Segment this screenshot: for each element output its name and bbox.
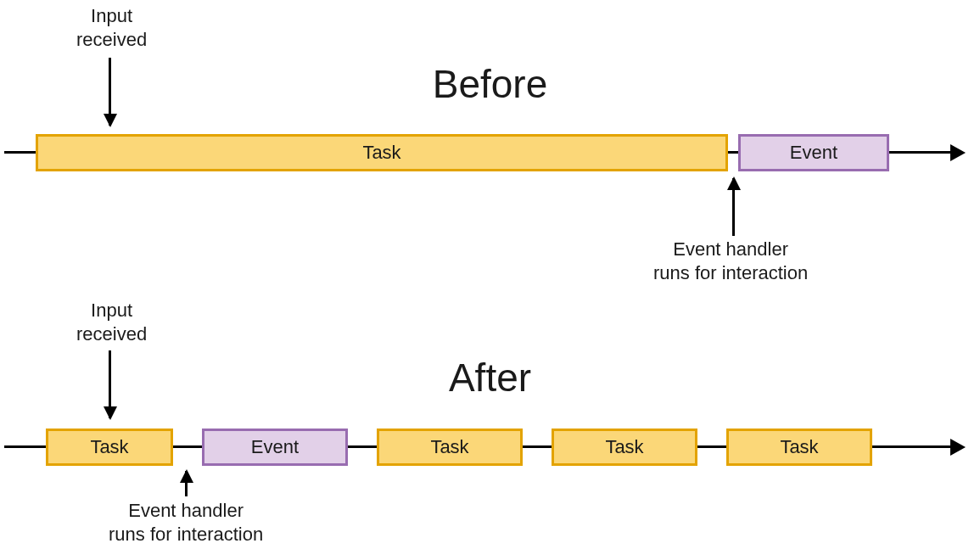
block-task-before: Task: [36, 134, 728, 171]
arrow-handler-before: [732, 178, 735, 236]
heading-before: Before: [433, 61, 548, 107]
arrow-input-after: [109, 350, 111, 418]
arrow-input-before: [109, 58, 111, 126]
block-task2-after: Task: [377, 429, 523, 466]
heading-after: After: [449, 355, 531, 401]
arrow-handler-after: [185, 471, 188, 496]
timeline-arrowhead-before: [950, 144, 966, 161]
timeline-arrowhead-after: [950, 439, 966, 456]
annotation-handler-before: Event handler runs for interaction: [653, 238, 808, 284]
block-event-before: Event: [738, 134, 889, 171]
annotation-handler-after: Event handler runs for interaction: [109, 499, 263, 546]
block-task4-after: Task: [726, 429, 872, 466]
block-event-after: Event: [202, 429, 348, 466]
annotation-input-after: Input received: [76, 299, 147, 345]
block-task1-after: Task: [46, 429, 173, 466]
block-task3-after: Task: [552, 429, 697, 466]
annotation-input-before: Input received: [76, 4, 147, 51]
